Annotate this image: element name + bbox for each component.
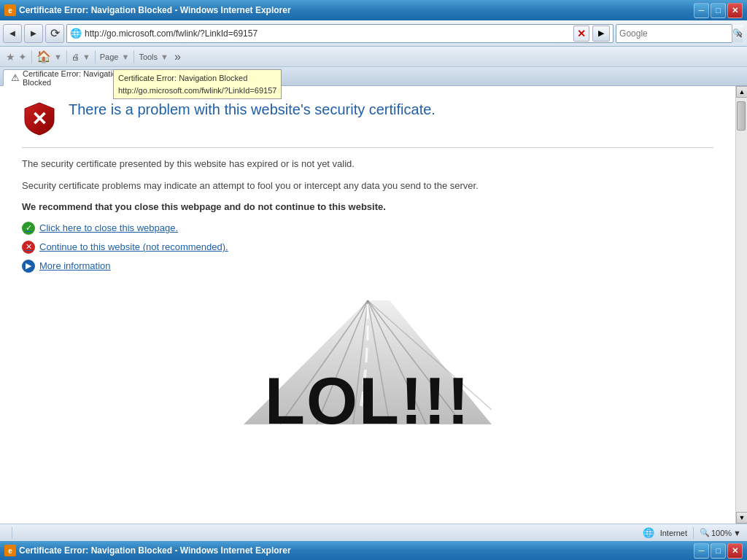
bottom-window-controls: ─ □ ✕ <box>694 543 743 559</box>
cert-error-title: There is a problem with this website's s… <box>69 101 436 118</box>
maximize-button[interactable]: □ <box>711 3 726 18</box>
favorites-bar: ★ ✦ 🏠 ▼ 🖨 ▼ Page ▼ Tools ▼ » <box>0 47 747 67</box>
cert-divider <box>22 147 713 148</box>
lol-image-area: LOL!!! <box>22 279 713 454</box>
fav-separator <box>31 50 32 63</box>
internet-label: Internet <box>660 529 687 537</box>
home-icon[interactable]: 🏠 <box>36 50 51 63</box>
address-bar: 🌐 ✕ ▶ <box>66 24 614 43</box>
address-favicon: 🌐 <box>70 28 82 39</box>
svg-text:✕: ✕ <box>31 108 47 130</box>
tab-bar: ⚠ Certificate Error: Navigation Blocked … <box>0 67 747 86</box>
bottom-minimize-button[interactable]: ─ <box>694 543 709 559</box>
scroll-down-button[interactable]: ▼ <box>736 512 747 524</box>
status-separator2 <box>693 527 694 539</box>
tooltip-line1: Certificate Error: Navigation Blocked <box>118 72 276 85</box>
toolbar-expander[interactable]: » <box>735 27 744 40</box>
cert-para2: Security certificate problems may indica… <box>22 179 713 193</box>
search-input[interactable] <box>616 28 732 39</box>
tooltip: Certificate Error: Navigation Blocked ht… <box>113 69 282 99</box>
fav-dropdown[interactable]: ▼ <box>54 52 62 61</box>
zoom-label: 100% <box>711 529 732 537</box>
bottom-ie-icon: e <box>4 545 16 556</box>
cert-error-header: ✕ There is a problem with this website's… <box>22 101 713 136</box>
lol-text: LOL!!! <box>265 364 471 439</box>
lol-perspective: LOL!!! <box>244 293 492 439</box>
bottom-window-title: Certificate Error: Navigation Blocked - … <box>19 545 694 556</box>
cert-para1: The security certificate presented by th… <box>22 157 713 171</box>
navigation-bar: ◄ ► ⟳ 🌐 ✕ ▶ 🔍 » <box>0 20 747 47</box>
bottom-title-bar: e Certificate Error: Navigation Blocked … <box>0 541 747 560</box>
tools-button[interactable]: Tools <box>139 52 158 61</box>
window-title: Certificate Error: Navigation Blocked - … <box>19 5 694 15</box>
content-area: ✕ There is a problem with this website's… <box>0 86 735 524</box>
bottom-maximize-button[interactable]: □ <box>711 543 726 559</box>
back-button[interactable]: ◄ <box>3 24 22 43</box>
cert-recommendation: We recommend that you close this webpage… <box>22 200 713 214</box>
close-webpage-label: Click here to close this webpage. <box>39 222 178 233</box>
status-right: 🌐 Internet 🔍 100% ▼ <box>643 527 741 539</box>
scroll-up-button[interactable]: ▲ <box>736 86 747 98</box>
address-input[interactable] <box>85 28 570 39</box>
more-info-label: More information <box>39 260 111 271</box>
continue-link[interactable]: ✕ Continue to this website (not recommen… <box>22 241 713 254</box>
green-check-icon: ✓ <box>22 222 35 235</box>
fav-separator4 <box>133 50 134 63</box>
tools-dropdown[interactable]: ▼ <box>160 52 169 61</box>
internet-icon: 🌐 <box>643 527 654 538</box>
more-info-link[interactable]: ▶ More information <box>22 260 713 273</box>
window-controls: ─ □ ✕ <box>694 3 743 18</box>
print-icon[interactable]: 🖨 <box>71 52 80 61</box>
close-webpage-link[interactable]: ✓ Click here to close this webpage. <box>22 222 713 235</box>
tooltip-line2: http://go.microsoft.com/fwlink/?LinkId=6… <box>118 85 276 97</box>
bottom-close-button[interactable]: ✕ <box>727 543 743 559</box>
tools-expander[interactable]: » <box>173 50 182 63</box>
page-dropdown[interactable]: ▼ <box>121 52 129 61</box>
minimize-button[interactable]: ─ <box>694 3 709 18</box>
scrollbar[interactable]: ▲ ▼ <box>735 86 747 524</box>
zoom-control[interactable]: 🔍 100% ▼ <box>700 528 741 537</box>
refresh-button[interactable]: ⟳ <box>45 24 64 43</box>
search-box: 🔍 <box>616 24 732 43</box>
zoom-icon: 🔍 <box>700 528 710 537</box>
svg-line-11 <box>366 348 367 362</box>
status-bar: 🌐 Internet 🔍 100% ▼ <box>0 524 747 541</box>
scroll-thumb[interactable] <box>737 101 746 131</box>
red-x-icon: ✕ <box>22 241 35 254</box>
fav-separator3 <box>95 50 96 63</box>
zoom-dropdown: ▼ <box>733 529 741 537</box>
status-separator <box>12 527 12 539</box>
fav-separator2 <box>66 50 67 63</box>
page-button[interactable]: Page <box>100 52 119 61</box>
browser-content: ✕ There is a problem with this website's… <box>0 86 747 524</box>
favorites-star-icon: ★ <box>6 51 15 63</box>
print-dropdown[interactable]: ▼ <box>82 52 90 61</box>
forward-button[interactable]: ► <box>24 24 43 43</box>
close-button[interactable]: ✕ <box>727 3 743 18</box>
favorites-add-icon: ✦ <box>18 51 27 63</box>
tab-favicon: ⚠ <box>11 72 20 83</box>
ie-icon: e <box>4 4 16 16</box>
title-bar: e Certificate Error: Navigation Blocked … <box>0 0 747 20</box>
cert-shield-icon: ✕ <box>22 101 57 136</box>
go-button[interactable]: ▶ <box>592 26 610 42</box>
blue-arrow-icon: ▶ <box>22 260 35 273</box>
continue-label: Continue to this website (not recommende… <box>39 241 228 252</box>
stop-button[interactable]: ✕ <box>573 26 589 42</box>
scroll-track <box>736 98 747 512</box>
